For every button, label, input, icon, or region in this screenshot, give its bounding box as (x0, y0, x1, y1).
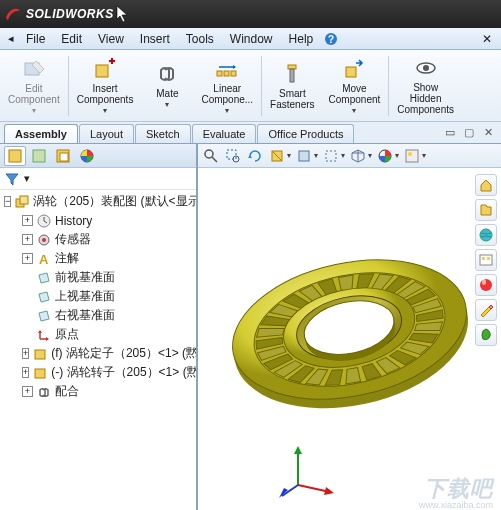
svg-rect-12 (9, 150, 21, 162)
ribbon-linear-pattern[interactable]: LinearCompone... ▾ (195, 52, 259, 120)
mate-icon (155, 62, 179, 86)
tabs-options-icon[interactable]: ▭ (442, 124, 458, 140)
insert-components-icon (93, 57, 117, 81)
tree-node-plane-top[interactable]: 上视基准面 (18, 287, 196, 306)
watermark-url: www.xiazaiba.com (419, 500, 493, 510)
smart-fasteners-icon (280, 62, 304, 86)
show-hidden-icon (414, 56, 438, 80)
ribbon-mate[interactable]: Mate ▾ (141, 52, 193, 120)
tree-label: 右视基准面 (55, 307, 115, 324)
zoom-area-icon[interactable] (224, 147, 242, 165)
filter-funnel-icon[interactable] (4, 171, 20, 187)
feature-manager-panel: ▾ − 涡轮（205）装配图 (默认<显示 +History +传感器 +A注解… (0, 144, 198, 510)
tree-label: 上视基准面 (55, 288, 115, 305)
tab-sketch[interactable]: Sketch (135, 124, 191, 143)
display-style-icon[interactable] (295, 147, 313, 165)
svg-rect-6 (231, 71, 236, 76)
dropdown-arrow-icon[interactable]: ▾ (422, 151, 426, 160)
collapse-icon[interactable]: − (4, 196, 11, 207)
tabs-close-icon[interactable]: ✕ (480, 124, 496, 140)
tree-root-label: 涡轮（205）装配图 (默认<显示 (33, 193, 196, 210)
svg-rect-7 (288, 65, 296, 69)
tree-node-origin[interactable]: 原点 (18, 325, 196, 344)
tree-node-part-stator[interactable]: +(f) 涡轮定子（205）<1> (黙 (18, 344, 196, 363)
ribbon-edit-component: EditComponent ▾ (2, 52, 66, 120)
expand-icon[interactable]: + (22, 386, 33, 397)
tree-node-annotations[interactable]: +A注解 (18, 249, 196, 268)
svg-rect-30 (326, 151, 336, 161)
tree-node-sensors[interactable]: +传感器 (18, 230, 196, 249)
plane-icon (36, 270, 52, 286)
cursor-icon (116, 5, 130, 23)
hidden-lines-icon[interactable] (322, 147, 340, 165)
window-close-icon[interactable]: ✕ (479, 31, 495, 47)
ribbon-show-hidden[interactable]: ShowHiddenComponents (391, 52, 460, 120)
dropdown-arrow-icon[interactable]: ▾ (103, 106, 107, 115)
ribbon-smart-fasteners[interactable]: SmartFasteners (264, 52, 320, 120)
menu-window[interactable]: Window (222, 30, 281, 48)
part-icon (32, 346, 48, 362)
dropdown-arrow-icon[interactable]: ▾ (368, 151, 372, 160)
plane-icon (36, 289, 52, 305)
tree-node-history[interactable]: +History (18, 211, 196, 230)
dropdown-arrow-icon[interactable]: ▾ (395, 151, 399, 160)
section-view-icon[interactable] (268, 147, 286, 165)
ribbon-label: EditComponent (8, 83, 60, 105)
side-tab-feature-tree-icon[interactable] (4, 146, 26, 166)
ribbon-move-component[interactable]: MoveComponent ▾ (323, 52, 387, 120)
main-area: ▾ − 涡轮（205）装配图 (默认<显示 +History +传感器 +A注解… (0, 144, 501, 510)
tree-node-plane-right[interactable]: 右视基准面 (18, 306, 196, 325)
tabs-maximize-icon[interactable]: ▢ (461, 124, 477, 140)
appearance-icon[interactable] (376, 147, 394, 165)
model-canvas[interactable]: // generate blade slots (function(){ var… (198, 168, 501, 510)
tree-node-mates[interactable]: +配合 (18, 382, 196, 401)
history-icon (36, 213, 52, 229)
menu-help[interactable]: Help (281, 30, 322, 48)
menu-edit[interactable]: Edit (53, 30, 90, 48)
zoom-fit-icon[interactable] (202, 147, 220, 165)
tree-node-plane-front[interactable]: 前视基准面 (18, 268, 196, 287)
dropdown-arrow-icon[interactable]: ▾ (314, 151, 318, 160)
menu-insert[interactable]: Insert (132, 30, 178, 48)
tree-label: 原点 (55, 326, 79, 343)
view-orientation-icon[interactable] (349, 147, 367, 165)
menu-file[interactable]: File (18, 30, 53, 48)
app-name: SOLIDWORKS (26, 7, 114, 21)
svg-point-33 (408, 152, 412, 156)
dropdown-arrow-icon[interactable]: ▾ (225, 106, 229, 115)
title-bar: SOLIDWORKS (0, 0, 501, 28)
menu-scroll-left-icon[interactable]: ◂ (4, 32, 18, 45)
help-icon[interactable]: ? (323, 31, 339, 47)
dropdown-arrow-icon[interactable]: ▾ (287, 151, 291, 160)
tree-node-part-rotor[interactable]: +(-) 涡轮转子（205）<1> (黙 (18, 363, 196, 382)
svg-point-25 (205, 150, 213, 158)
expand-icon[interactable]: + (22, 234, 33, 245)
tab-layout[interactable]: Layout (79, 124, 134, 143)
svg-rect-18 (20, 196, 28, 204)
menu-view[interactable]: View (90, 30, 132, 48)
tab-evaluate[interactable]: Evaluate (192, 124, 257, 143)
scene-icon[interactable] (403, 147, 421, 165)
expand-icon[interactable]: + (22, 253, 33, 264)
move-component-icon (342, 57, 366, 81)
menu-tools[interactable]: Tools (178, 30, 222, 48)
expand-icon[interactable]: + (22, 348, 29, 359)
expand-icon[interactable]: + (22, 215, 33, 226)
side-tab-config-icon[interactable] (52, 146, 74, 166)
graphics-viewport[interactable]: ▾ ▾ ▾ ▾ ▾ ▾ (198, 144, 501, 510)
dropdown-arrow-icon[interactable]: ▾ (352, 106, 356, 115)
side-tab-appearance-icon[interactable] (76, 146, 98, 166)
rotate-view-icon[interactable] (246, 147, 264, 165)
orientation-triad[interactable] (278, 440, 338, 500)
svg-rect-23 (35, 350, 45, 359)
tree-root[interactable]: − 涡轮（205）装配图 (默认<显示 (0, 192, 196, 211)
side-tab-property-icon[interactable] (28, 146, 50, 166)
tab-assembly[interactable]: Assembly (4, 124, 78, 143)
dropdown-arrow-icon[interactable]: ▾ (341, 151, 345, 160)
expand-icon[interactable]: + (22, 367, 29, 378)
ribbon-insert-components[interactable]: InsertComponents ▾ (71, 52, 140, 120)
edit-component-icon (22, 57, 46, 81)
dropdown-arrow-icon[interactable]: ▾ (165, 100, 169, 109)
tab-office-products[interactable]: Office Products (257, 124, 354, 143)
filter-dropdown-icon[interactable]: ▾ (24, 172, 30, 185)
